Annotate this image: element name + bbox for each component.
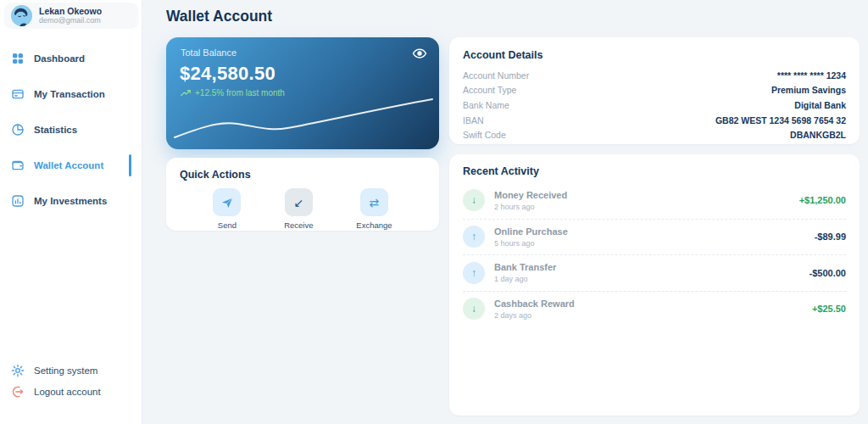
sidebar-item-label: Wallet Account: [34, 160, 103, 170]
activity-time: 5 hours ago: [494, 238, 805, 248]
wallet-app: Lekan Okeowo demo@gmail.com Dashboard: [0, 0, 868, 424]
account-details-rows: Account Number **** **** **** 1234 Accou…: [463, 68, 846, 142]
sidebar-item-logout[interactable]: Logout account: [0, 381, 142, 402]
investments-icon: [11, 194, 25, 208]
wallet-icon: [11, 159, 25, 172]
activity-row-money-received[interactable]: ↓ Money Received 2 hours ago +$1,250.00: [463, 182, 846, 219]
recent-activity-card: Recent Activity ↓ Money Received 2 hours…: [449, 154, 860, 416]
activity-title: Online Purchase: [494, 226, 805, 238]
sidebar: Lekan Okeowo demo@gmail.com Dashboard: [0, 0, 142, 424]
arrow-glyph: ↑: [471, 267, 476, 279]
exchange-icon: ⇄: [360, 188, 388, 216]
activity-row-cashback-reward[interactable]: ↓ Cashback Reward 2 days ago +$25.50: [463, 291, 846, 327]
profile-text: Lekan Okeowo demo@gmail.com: [39, 6, 102, 25]
detail-value: Premium Savings: [771, 85, 846, 95]
arrow-down-icon: ↓: [463, 298, 485, 320]
activity-text: Bank Transfer 1 day ago: [494, 261, 800, 284]
activity-amount: +$25.50: [812, 304, 846, 314]
sidebar-nav: Dashboard My Transaction: [0, 41, 142, 219]
gear-icon: [11, 364, 25, 377]
pie-chart-icon: [11, 123, 25, 137]
detail-label: IBAN: [463, 115, 484, 126]
detail-row-account-type: Account Type Premium Savings: [463, 83, 846, 98]
avatar: [11, 5, 32, 26]
sidebar-item-settings[interactable]: Setting system: [0, 360, 142, 381]
send-icon: [213, 188, 241, 216]
active-indicator: [129, 154, 131, 176]
arrow-left-right-glyph: ⇄: [370, 196, 380, 209]
sidebar-item-label: My Investments: [34, 196, 107, 206]
receive-action[interactable]: ↙ Receive: [284, 188, 313, 230]
sidebar-item-label: Statistics: [34, 125, 77, 135]
user-name: Lekan Okeowo: [39, 6, 102, 17]
arrow-glyph: ↓: [471, 303, 476, 315]
detail-value: GB82 WEST 1234 5698 7654 32: [715, 115, 846, 126]
activity-text: Money Received 2 hours ago: [494, 189, 790, 212]
arrow-up-icon: ↑: [463, 262, 485, 284]
sidebar-item-label: Logout account: [34, 387, 101, 397]
detail-label: Swift Code: [463, 130, 506, 140]
activity-text: Cashback Reward 2 days ago: [494, 298, 803, 321]
activity-title: Bank Transfer: [494, 261, 800, 274]
exchange-action[interactable]: ⇄ Exchange: [356, 188, 392, 230]
detail-label: Account Type: [463, 85, 516, 95]
arrow-up-icon: ↑: [463, 226, 485, 248]
activity-row-bank-transfer[interactable]: ↑ Bank Transfer 1 day ago -$500.00: [463, 254, 846, 291]
account-details-title: Account Details: [463, 49, 846, 61]
sidebar-item-label: My Transaction: [34, 89, 105, 99]
receive-icon: ↙: [285, 188, 313, 216]
quick-actions-card: Quick Actions Send ↙ Receive: [166, 158, 439, 231]
page-title: Wallet Account: [166, 8, 272, 25]
sidebar-footer: Setting system Logout account: [0, 360, 142, 402]
detail-label: Account Number: [463, 70, 529, 81]
arrow-down-left-glyph: ↙: [293, 196, 303, 209]
send-action[interactable]: Send: [213, 188, 241, 230]
sidebar-item-statistics[interactable]: Statistics: [0, 112, 142, 148]
grid-icon: [11, 52, 25, 65]
activity-time: 1 day ago: [494, 274, 800, 284]
quick-actions-title: Quick Actions: [180, 169, 426, 181]
logout-icon: [11, 385, 25, 399]
recent-activity-title: Recent Activity: [463, 165, 846, 177]
sidebar-item-wallet-account[interactable]: Wallet Account: [0, 148, 142, 183]
sidebar-item-label: Dashboard: [34, 53, 85, 64]
detail-row-bank-name: Bank Name Digital Bank: [463, 98, 846, 113]
user-profile[interactable]: Lekan Okeowo demo@gmail.com: [4, 3, 138, 29]
arrow-glyph: ↓: [471, 194, 476, 206]
detail-row-swift-code: Swift Code DBANKGB2L: [463, 127, 846, 142]
total-balance-card: Total Balance $24,580.50 +12.5% from las…: [166, 37, 439, 149]
activity-list: ↓ Money Received 2 hours ago +$1,250.00 …: [463, 182, 846, 326]
activity-amount: -$500.00: [810, 268, 846, 278]
arrow-glyph: ↑: [471, 231, 476, 243]
main-content: Wallet Account Total Balance $24,580.50 …: [142, 0, 868, 424]
detail-value: Digital Bank: [794, 100, 846, 110]
activity-amount: -$89.99: [815, 232, 846, 242]
activity-amount: +$1,250.00: [799, 195, 846, 205]
activity-title: Cashback Reward: [494, 298, 803, 310]
action-label: Receive: [284, 220, 313, 230]
activity-time: 2 hours ago: [494, 202, 790, 212]
action-label: Exchange: [356, 220, 392, 230]
transaction-icon: [11, 87, 25, 101]
sidebar-item-dashboard[interactable]: Dashboard: [0, 41, 142, 76]
detail-value: **** **** **** 1234: [777, 70, 846, 81]
activity-text: Online Purchase 5 hours ago: [494, 226, 805, 248]
quick-actions-row: Send ↙ Receive ⇄ Exchange: [180, 188, 426, 230]
account-details-card: Account Details Account Number **** ****…: [449, 37, 860, 144]
detail-label: Bank Name: [463, 100, 509, 110]
balance-sparkline: [166, 37, 439, 149]
user-email: demo@gmail.com: [39, 16, 102, 25]
activity-time: 2 days ago: [494, 310, 803, 321]
arrow-down-icon: ↓: [463, 189, 485, 211]
detail-row-account-number: Account Number **** **** **** 1234: [463, 68, 846, 83]
sidebar-item-label: Setting system: [34, 365, 97, 376]
activity-row-online-purchase[interactable]: ↑ Online Purchase 5 hours ago -$89.99: [463, 219, 846, 255]
sidebar-item-my-investments[interactable]: My Investments: [0, 183, 142, 219]
activity-title: Money Received: [494, 189, 790, 202]
detail-value: DBANKGB2L: [790, 130, 846, 140]
detail-row-iban: IBAN GB82 WEST 1234 5698 7654 32: [463, 113, 846, 128]
action-label: Send: [218, 220, 236, 230]
sidebar-item-my-transaction[interactable]: My Transaction: [0, 76, 142, 112]
